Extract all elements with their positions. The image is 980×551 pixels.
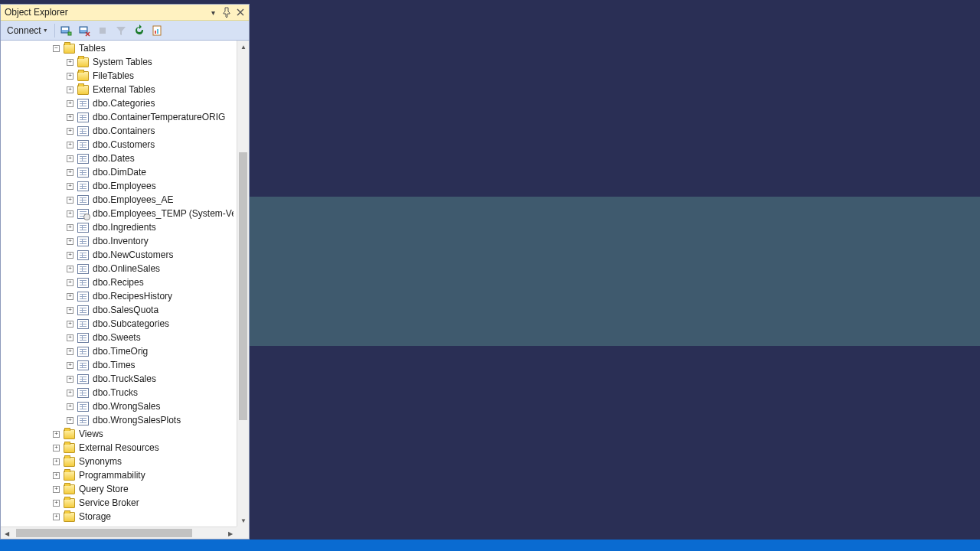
server-connect-icon: [60, 24, 72, 37]
tree-node-system-tables[interactable]: +System Tables: [1, 55, 237, 69]
connect-dropdown[interactable]: Connect ▼: [4, 24, 51, 37]
expand-icon[interactable]: +: [67, 293, 74, 300]
expand-icon[interactable]: +: [67, 334, 74, 341]
horizontal-scroll-track[interactable]: [13, 527, 224, 539]
tree-node-dbo-wrongsalesplots[interactable]: +dbo.WrongSalesPlots: [1, 413, 237, 427]
tree-node-external-tables[interactable]: +External Tables: [1, 83, 237, 96]
expand-icon[interactable]: +: [53, 500, 60, 507]
tree-item-label: dbo.Customers: [93, 139, 155, 150]
expand-icon[interactable]: +: [67, 86, 74, 93]
expand-icon[interactable]: +: [67, 59, 74, 66]
tree-node-service-broker[interactable]: +Service Broker: [1, 496, 237, 510]
tree-item-label: dbo.OnlineSales: [93, 263, 160, 274]
expand-icon[interactable]: +: [67, 279, 74, 286]
close-button[interactable]: [234, 6, 247, 18]
tree-node-filetables[interactable]: +FileTables: [1, 69, 237, 83]
tree-node-dbo-employees[interactable]: +dbo.Employees: [1, 179, 237, 193]
expand-icon[interactable]: +: [67, 210, 74, 217]
expand-icon[interactable]: +: [67, 376, 74, 383]
expand-icon[interactable]: +: [67, 114, 74, 121]
expand-icon[interactable]: +: [67, 73, 74, 80]
tree-node-dbo-salesquota[interactable]: +dbo.SalesQuota: [1, 303, 237, 317]
tree-node-external-resources[interactable]: +External Resources: [1, 441, 237, 455]
tree-node-synonyms[interactable]: +Synonyms: [1, 455, 237, 468]
scroll-left-button[interactable]: ◀: [1, 527, 13, 539]
tree-node-dbo-inventory[interactable]: +dbo.Inventory: [1, 234, 237, 248]
expand-icon[interactable]: +: [67, 169, 74, 176]
expand-icon[interactable]: +: [53, 445, 60, 452]
tree-item-label: dbo.Inventory: [93, 236, 149, 246]
tree-node-tables[interactable]: −Tables: [1, 41, 237, 55]
tree-node-dbo-subcategories[interactable]: +dbo.Subcategories: [1, 317, 237, 331]
tree-node-dbo-dates[interactable]: +dbo.Dates: [1, 152, 237, 165]
expand-icon[interactable]: +: [67, 128, 74, 135]
collapse-icon[interactable]: −: [53, 45, 60, 52]
expand-icon[interactable]: +: [67, 390, 74, 396]
tree-node-dbo-employees-ae[interactable]: +dbo.Employees_AE: [1, 193, 237, 207]
tree-item-label: Synonyms: [79, 456, 122, 467]
object-tree[interactable]: −Tables+System Tables+FileTables+Externa…: [1, 41, 237, 527]
pin-button[interactable]: [220, 6, 233, 18]
tree-node-dbo-categories[interactable]: +dbo.Categories: [1, 96, 237, 110]
scroll-right-button[interactable]: ▶: [224, 527, 237, 539]
expand-icon[interactable]: +: [67, 417, 74, 424]
scroll-down-button[interactable]: ▼: [237, 514, 249, 527]
scroll-up-button[interactable]: ▲: [237, 41, 249, 53]
tree-node-dbo-times[interactable]: +dbo.Times: [1, 358, 237, 372]
expand-icon[interactable]: +: [53, 486, 60, 493]
expand-icon[interactable]: +: [67, 183, 74, 190]
tree-node-dbo-ingredients[interactable]: +dbo.Ingredients: [1, 220, 237, 234]
tree-node-dbo-containertemperatureorig[interactable]: +dbo.ContainerTemperatureORIG: [1, 110, 237, 124]
expand-icon[interactable]: +: [67, 197, 74, 204]
tree-node-views[interactable]: +Views: [1, 427, 237, 441]
vertical-scrollbar[interactable]: ▲ ▼: [237, 41, 249, 527]
tree-node-programmability[interactable]: +Programmability: [1, 468, 237, 482]
table-icon: [77, 305, 89, 315]
expand-icon[interactable]: +: [53, 472, 60, 479]
expand-icon[interactable]: +: [67, 224, 74, 231]
expand-icon[interactable]: +: [67, 266, 74, 272]
expand-icon[interactable]: +: [67, 155, 74, 162]
tree-node-dbo-newcustomers[interactable]: +dbo.NewCustomers: [1, 248, 237, 262]
activity-monitor-button[interactable]: [150, 23, 165, 38]
expand-icon[interactable]: +: [67, 252, 74, 259]
table-icon: [77, 126, 89, 136]
tree-node-dbo-employees-temp-system-ver[interactable]: +dbo.Employees_TEMP (System-Ver: [1, 207, 237, 220]
tree-node-query-store[interactable]: +Query Store: [1, 482, 237, 496]
window-options-button[interactable]: ▾: [207, 6, 219, 18]
expand-icon[interactable]: +: [67, 362, 74, 369]
disconnect-button[interactable]: [77, 23, 92, 38]
tree-node-dbo-recipes[interactable]: +dbo.Recipes: [1, 276, 237, 289]
tree-node-dbo-dimdate[interactable]: +dbo.DimDate: [1, 165, 237, 179]
expand-icon[interactable]: +: [67, 348, 74, 355]
tree-node-dbo-sweets[interactable]: +dbo.Sweets: [1, 331, 237, 344]
expand-icon[interactable]: +: [53, 458, 60, 465]
horizontal-scroll-thumb[interactable]: [16, 529, 192, 537]
status-bar: [0, 540, 980, 551]
tree-node-dbo-trucksales[interactable]: +dbo.TruckSales: [1, 372, 237, 386]
expand-icon[interactable]: +: [53, 514, 60, 520]
expand-icon[interactable]: +: [67, 142, 74, 148]
connect-object-explorer-button[interactable]: [58, 23, 74, 38]
expand-icon[interactable]: +: [53, 431, 60, 438]
tree-node-dbo-timeorig[interactable]: +dbo.TimeOrig: [1, 344, 237, 358]
panel-title-bar[interactable]: Object Explorer ▾: [1, 5, 249, 21]
tree-node-dbo-containers[interactable]: +dbo.Containers: [1, 124, 237, 138]
tree-node-dbo-trucks[interactable]: +dbo.Trucks: [1, 386, 237, 399]
vertical-scroll-thumb[interactable]: [239, 152, 247, 420]
expand-icon[interactable]: +: [67, 100, 74, 107]
expand-icon[interactable]: +: [67, 321, 74, 328]
expand-icon[interactable]: +: [67, 403, 74, 410]
refresh-button[interactable]: [132, 23, 147, 38]
table-icon: [77, 99, 89, 109]
vertical-scroll-track[interactable]: [237, 53, 249, 514]
tree-node-dbo-onlinesales[interactable]: +dbo.OnlineSales: [1, 262, 237, 276]
tree-node-dbo-customers[interactable]: +dbo.Customers: [1, 138, 237, 152]
expand-icon[interactable]: +: [67, 307, 74, 314]
horizontal-scrollbar[interactable]: ◀ ▶: [1, 527, 237, 539]
tree-item-label: dbo.WrongSales: [93, 401, 161, 412]
expand-icon[interactable]: +: [67, 238, 74, 245]
tree-node-dbo-wrongsales[interactable]: +dbo.WrongSales: [1, 399, 237, 413]
tree-node-dbo-recipeshistory[interactable]: +dbo.RecipesHistory: [1, 289, 237, 303]
tree-node-storage[interactable]: +Storage: [1, 510, 237, 523]
